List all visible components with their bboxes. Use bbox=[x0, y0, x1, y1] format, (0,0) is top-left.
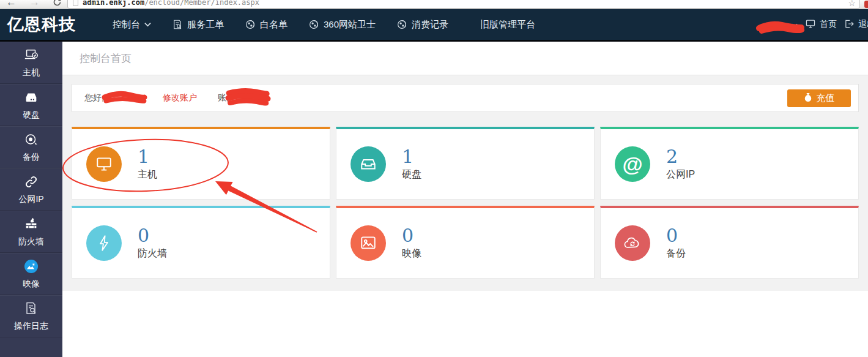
browser-toolbar: ← → admin.enkj.com/encloud/Member/index.… bbox=[0, 0, 868, 9]
stat-card-backup[interactable]: 0 备份 bbox=[600, 206, 859, 279]
card-value: 0 bbox=[402, 226, 421, 246]
home-link[interactable]: 首页 bbox=[805, 19, 837, 31]
logout-link[interactable]: 退出 bbox=[844, 19, 868, 31]
edit-account-link[interactable]: 修改账户 bbox=[163, 92, 197, 103]
card-label: 硬盘 bbox=[402, 168, 421, 181]
sidebar-item-firewall[interactable]: 防火墙 bbox=[0, 211, 62, 253]
monitor-icon bbox=[86, 146, 122, 182]
browser-reload-icon[interactable] bbox=[53, 0, 62, 9]
nav-item-site-guard[interactable]: 360网站卫士 bbox=[308, 19, 376, 31]
sidebar-label: 主机 bbox=[23, 67, 40, 78]
stat-card-public-ip[interactable]: @ 2 公网IP bbox=[600, 127, 859, 200]
at-glyph: @ bbox=[622, 154, 642, 175]
page-title: 控制台首页 bbox=[80, 51, 132, 66]
sidebar-item-public-ip[interactable]: 公网IP bbox=[0, 168, 62, 211]
card-label: 防火墙 bbox=[138, 247, 167, 260]
greeting-name-redacted bbox=[108, 93, 152, 103]
stat-card-image[interactable]: 0 映像 bbox=[336, 206, 595, 279]
picture-icon bbox=[351, 225, 386, 261]
stat-card-host[interactable]: 1 主机 bbox=[72, 127, 330, 200]
content-panel: 您好, 修改账户 账户余额： 充值 bbox=[62, 75, 868, 291]
tray-icon bbox=[351, 146, 386, 182]
nav-item-consume-record[interactable]: 消费记录 bbox=[396, 19, 448, 31]
browser-back-icon[interactable]: ← bbox=[6, 0, 17, 9]
nav-label: 服务工单 bbox=[187, 19, 224, 31]
sidebar-label: 备份 bbox=[23, 152, 40, 163]
browser-extension-icon[interactable] bbox=[864, 1, 868, 8]
consume-record-icon bbox=[396, 19, 407, 30]
log-search-icon bbox=[24, 300, 39, 317]
link-icon bbox=[23, 173, 39, 190]
address-bar[interactable]: admin.enkj.com/encloud/Member/index.aspx… bbox=[67, 0, 860, 9]
chevron-down-icon bbox=[144, 22, 151, 27]
user-chevron-down-icon[interactable] bbox=[792, 19, 798, 30]
logout-icon bbox=[844, 19, 855, 31]
hard-disk-icon bbox=[23, 89, 39, 106]
nav-item-whitelist[interactable]: 白名单 bbox=[245, 19, 287, 31]
at-sign-icon: @ bbox=[615, 146, 650, 182]
sidebar-label: 防火墙 bbox=[18, 236, 44, 247]
sidebar-item-host[interactable]: 主机 bbox=[0, 42, 62, 84]
backup-disc-icon bbox=[23, 131, 39, 148]
stat-card-firewall[interactable]: 0 防火墙 bbox=[72, 206, 330, 279]
sidebar-item-operation-log[interactable]: 操作日志 bbox=[0, 295, 62, 337]
browser-forward-icon[interactable]: → bbox=[29, 0, 40, 9]
nav-label: 消费记录 bbox=[412, 19, 448, 31]
laptop-check-icon bbox=[23, 47, 39, 64]
card-value: 0 bbox=[666, 226, 686, 246]
page-header: 控制台首页 bbox=[62, 42, 868, 75]
nav-label: 旧版管理平台 bbox=[480, 19, 535, 31]
card-value: 2 bbox=[666, 147, 695, 167]
sidebar-label: 映像 bbox=[23, 279, 40, 290]
logout-label: 退出 bbox=[858, 19, 868, 30]
whitelist-icon bbox=[245, 19, 256, 30]
home-label: 首页 bbox=[820, 19, 837, 30]
nav-label: 控制台 bbox=[113, 19, 140, 31]
greeting-text: 您好, bbox=[84, 92, 104, 103]
image-blue-icon bbox=[23, 258, 40, 275]
nav-label: 白名单 bbox=[260, 19, 287, 31]
nav-item-console[interactable]: 控制台 bbox=[113, 19, 151, 31]
work-order-icon bbox=[172, 19, 183, 30]
sidebar-label: 硬盘 bbox=[23, 110, 40, 121]
welcome-bar: 您好, 修改账户 账户余额： 充值 bbox=[72, 84, 859, 112]
firewall-icon bbox=[23, 216, 39, 233]
stats-cards: 1 主机 1 硬盘 bbox=[72, 127, 859, 279]
card-label: 主机 bbox=[138, 168, 157, 181]
url-text: admin.enkj.com/encloud/Member/index.aspx bbox=[83, 0, 259, 7]
lightning-icon bbox=[86, 225, 122, 261]
sidebar-label: 公网IP bbox=[18, 194, 43, 205]
site-guard-icon bbox=[308, 19, 319, 30]
recharge-button[interactable]: 充值 bbox=[787, 89, 851, 107]
screenshot-root: ← → admin.enkj.com/encloud/Member/index.… bbox=[0, 0, 868, 357]
card-value: 0 bbox=[138, 226, 167, 246]
card-label: 映像 bbox=[402, 247, 421, 260]
url-path: /encloud/Member/index.aspx bbox=[144, 0, 259, 7]
topnav-right: 首页 退出 bbox=[741, 9, 868, 40]
page-icon bbox=[73, 0, 78, 6]
home-monitor-icon bbox=[805, 19, 816, 31]
card-value: 1 bbox=[402, 147, 421, 167]
topnav-menu: 控制台 服务工单 白名单 bbox=[113, 19, 535, 31]
top-navbar: 亿恩科技 控制台 服务工单 bbox=[0, 9, 868, 42]
sidebar-item-disk[interactable]: 硬盘 bbox=[0, 84, 62, 126]
card-label: 公网IP bbox=[666, 168, 695, 181]
recharge-label: 充值 bbox=[817, 92, 835, 104]
bookmark-star-icon[interactable]: ☆ bbox=[848, 0, 856, 7]
main-area: 控制台首页 您好, 修改账户 账户余额： 充值 bbox=[62, 42, 868, 357]
sidebar-item-image[interactable]: 映像 bbox=[0, 253, 62, 295]
nav-label: 360网站卫士 bbox=[324, 19, 376, 31]
card-value: 1 bbox=[138, 147, 157, 167]
balance-redacted bbox=[263, 92, 305, 103]
brand-logo[interactable]: 亿恩科技 bbox=[0, 13, 84, 36]
sidebar: 主机 硬盘 备份 bbox=[0, 42, 62, 357]
nav-item-legacy-platform[interactable]: 旧版管理平台 bbox=[480, 19, 535, 31]
balance-label: 账户余额： bbox=[218, 92, 261, 103]
sidebar-item-backup[interactable]: 备份 bbox=[0, 126, 62, 168]
url-host: admin.enkj.com bbox=[83, 0, 144, 7]
nav-item-work-order[interactable]: 服务工单 bbox=[172, 19, 224, 31]
stat-card-disk[interactable]: 1 硬盘 bbox=[336, 127, 595, 200]
moneybag-icon bbox=[804, 92, 812, 104]
cloud-sync-icon bbox=[615, 225, 650, 261]
username-redacted[interactable] bbox=[741, 19, 789, 30]
